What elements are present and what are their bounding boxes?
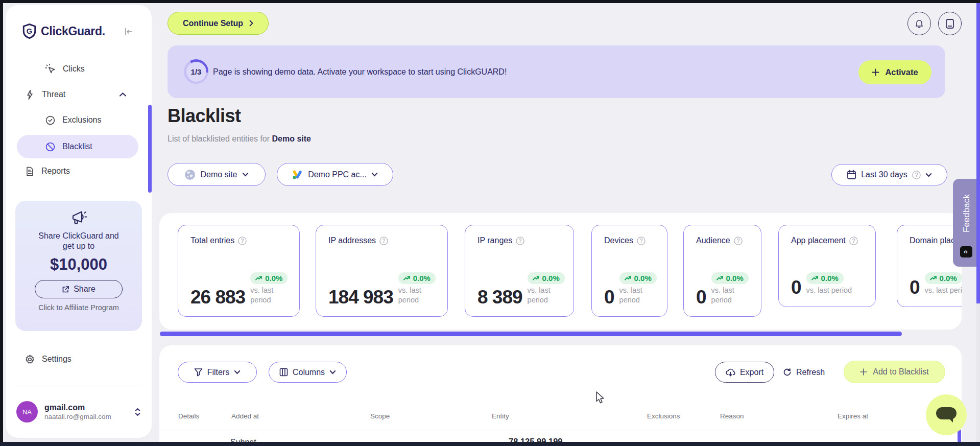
table-header-divider <box>159 430 962 430</box>
progress-label: 1/3 <box>191 67 202 76</box>
ppc-account-selector[interactable]: Demo PPC ac... <box>277 163 393 186</box>
user-menu[interactable]: NA gmail.com naatali.ro@gmail.com <box>16 400 141 424</box>
stat-card-total-entries: Total entries ? 26 883 0.0% vs. last per… <box>178 225 300 317</box>
setup-progress-ring: 1/3 <box>184 59 208 84</box>
refresh-icon <box>783 368 792 377</box>
collapse-sidebar-icon[interactable] <box>123 27 133 37</box>
columns-button[interactable]: Columns <box>269 362 347 383</box>
filters-button[interactable]: Filters <box>178 362 257 383</box>
share-button-label: Share <box>74 285 95 294</box>
feedback-chat-icon: c <box>960 246 972 257</box>
stat-delta: 0.0% <box>726 274 744 283</box>
banner-message: Page is showing demo data. Activate your… <box>213 45 507 98</box>
stat-value: 0 <box>791 279 801 296</box>
date-range-selector[interactable]: Last 30 days ? <box>831 164 947 185</box>
mouse-cursor <box>595 391 606 405</box>
add-to-blacklist-button[interactable]: Add to Blacklist <box>844 361 945 383</box>
chevron-down-icon <box>371 172 378 177</box>
help-circle-icon[interactable]: ? <box>734 237 743 245</box>
stat-label: Audience <box>696 236 730 245</box>
chat-widget-button[interactable] <box>926 394 967 435</box>
svg-text:?: ? <box>519 238 522 244</box>
help-circle-icon[interactable]: ? <box>849 237 858 245</box>
trend-up-icon <box>716 275 724 281</box>
column-header-scope[interactable]: Scope <box>370 412 390 420</box>
trend-up-icon <box>930 275 937 281</box>
column-header-entity[interactable]: Entity <box>492 412 509 420</box>
column-header-details[interactable]: Details <box>178 412 199 420</box>
user-name: gmail.com <box>44 403 111 413</box>
affiliate-link[interactable]: Click to Affiliate Program <box>15 303 142 312</box>
table-panel: Filters Columns Export Refresh Add to Bl… <box>159 345 962 442</box>
help-circle-icon: ? <box>912 171 921 179</box>
column-header-reason[interactable]: Reason <box>720 412 744 420</box>
page-scrollbar-thumb[interactable] <box>976 3 980 303</box>
subtitle-prefix: List of blacklisted entities for <box>168 134 272 143</box>
stat-value: 184 983 <box>328 289 393 306</box>
file-text-icon <box>25 166 35 177</box>
avatar-initials: NA <box>22 408 32 416</box>
share-button[interactable]: Share <box>35 280 123 298</box>
export-button[interactable]: Export <box>715 362 774 383</box>
continue-setup-button[interactable]: Continue Setup <box>168 12 269 35</box>
stat-label: IP addresses <box>328 236 376 245</box>
stat-card-audience: Audience ? 0 0.0% vs. last period <box>683 225 761 317</box>
stat-value: 0 <box>604 289 614 306</box>
ban-icon <box>45 142 56 152</box>
help-circle-icon[interactable]: ? <box>379 237 388 245</box>
sidebar-item-threat[interactable]: Threat <box>25 84 127 105</box>
svg-text:?: ? <box>736 238 739 244</box>
logo: G ClickGuard. <box>22 24 105 39</box>
svg-text:?: ? <box>241 238 244 244</box>
help-circle-icon[interactable]: ? <box>637 237 646 245</box>
sidebar-item-exclusions[interactable]: Exclusions <box>45 110 101 130</box>
sidebar-item-label: Threat <box>42 90 65 99</box>
globe-icon <box>184 169 196 180</box>
stat-vs-label: vs. last period <box>925 286 962 296</box>
refresh-button[interactable]: Refresh <box>783 362 825 383</box>
svg-text:G: G <box>27 27 32 35</box>
stat-vs-label: vs. last period <box>806 286 852 296</box>
chat-bubble-icon <box>935 406 958 424</box>
stat-value: 0 <box>696 289 706 306</box>
sidebar-item-clicks[interactable]: Clicks <box>45 59 85 79</box>
sidebar-item-blacklist[interactable]: Blacklist <box>17 135 138 158</box>
docs-button[interactable] <box>938 12 962 35</box>
megaphone-icon <box>69 209 88 226</box>
site-selector[interactable]: Demo site <box>168 163 266 186</box>
sidebar-item-label: Settings <box>42 355 71 364</box>
help-circle-icon[interactable]: ? <box>238 237 247 245</box>
activate-button[interactable]: Activate <box>858 60 931 84</box>
logo-shield-icon: G <box>22 24 36 39</box>
stats-horizontal-scrollbar[interactable] <box>160 332 902 336</box>
trend-up-icon <box>403 275 411 281</box>
stat-card-ip-ranges: IP ranges ? 8 389 0.0% vs. last period <box>465 225 574 317</box>
chevron-down-icon <box>242 172 249 177</box>
avatar: NA <box>16 401 38 422</box>
sidebar-item-label: Blacklist <box>62 142 92 151</box>
stat-delta: 0.0% <box>634 274 652 283</box>
workspace-switcher-icon[interactable] <box>134 408 141 416</box>
column-header-expires-at[interactable]: Expires at <box>838 412 868 420</box>
ppc-selector-value: Demo PPC ac... <box>308 170 367 179</box>
sidebar-item-label: Clicks <box>63 64 85 74</box>
affiliate-promo-card[interactable]: Share ClickGuard and get up to $10,000 S… <box>15 201 142 331</box>
sidebar-scrollbar[interactable] <box>148 105 152 193</box>
svg-text:?: ? <box>383 238 386 244</box>
stat-delta: 0.0% <box>542 274 560 283</box>
continue-setup-label: Continue Setup <box>183 19 243 28</box>
stat-card-devices: Devices ? 0 0.0% vs. last period <box>591 225 667 317</box>
window-edge-left <box>0 0 3 446</box>
promo-amount: $10,000 <box>15 255 142 274</box>
bell-icon <box>914 18 924 29</box>
sidebar-item-label: Exclusions <box>62 115 101 125</box>
stat-value: 0 <box>910 279 920 296</box>
sidebar-item-settings[interactable]: Settings <box>25 349 71 369</box>
sidebar: G ClickGuard. Clicks Threat Exclusions B… <box>6 5 152 438</box>
calendar-icon <box>847 170 856 180</box>
sidebar-item-reports[interactable]: Reports <box>25 161 70 181</box>
help-circle-icon[interactable]: ? <box>516 237 524 245</box>
column-header-exclusions[interactable]: Exclusions <box>647 412 680 420</box>
column-header-added-at[interactable]: Added at <box>231 412 259 420</box>
notifications-button[interactable] <box>907 12 931 35</box>
